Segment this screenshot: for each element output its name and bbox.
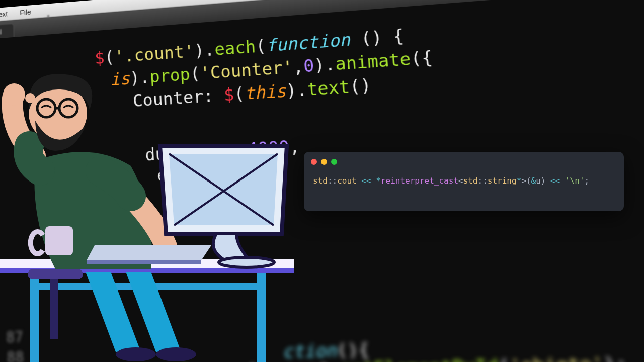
mug-handle xyxy=(31,232,43,254)
minimize-icon xyxy=(321,159,327,165)
cpp-code: std::cout << *reinterpret_cast<std::stri… xyxy=(313,176,589,186)
zoom-icon xyxy=(331,159,337,165)
programmer-illustration xyxy=(0,70,297,362)
coffee-mug xyxy=(45,226,73,255)
keyboard xyxy=(87,245,211,260)
shoe xyxy=(116,347,156,361)
close-icon xyxy=(311,159,317,165)
chair-seat xyxy=(28,269,83,279)
menubar-file-menu: File xyxy=(20,8,31,17)
keyboard-edge xyxy=(87,260,201,264)
ear xyxy=(25,93,35,103)
tab-filename: e.html xyxy=(0,28,2,37)
chair-post xyxy=(50,279,58,339)
shoe xyxy=(156,347,196,361)
svg-point-4 xyxy=(219,257,274,267)
menubar-app-name: …e Text xyxy=(0,10,8,20)
hand xyxy=(3,83,25,106)
raised-sleeve xyxy=(28,146,40,171)
cpp-snippet-window: std::cout << *reinterpret_cast<std::stri… xyxy=(304,152,624,211)
window-traffic-lights xyxy=(311,159,337,165)
